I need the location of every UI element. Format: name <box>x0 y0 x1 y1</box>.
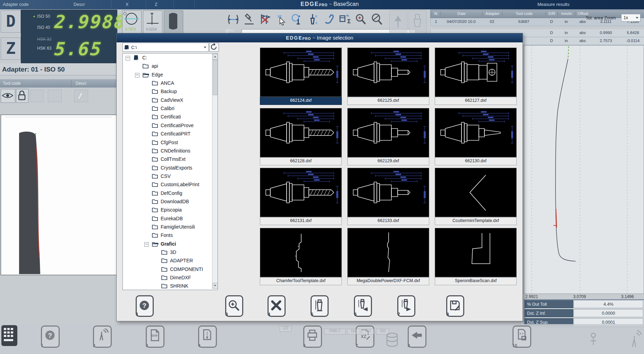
tree-item-eurekadb[interactable]: EurekaDB <box>123 215 211 223</box>
dialog-title-bar[interactable]: EDGEPRO~Image selection <box>117 33 523 42</box>
lock-button[interactable] <box>16 89 28 103</box>
tree-item-customlabelprint[interactable]: CustomLabelPrint <box>123 181 211 189</box>
tree-item-certificatiprove[interactable]: CertificatiProve <box>123 122 211 130</box>
ghost-button-up[interactable] <box>389 10 407 33</box>
thumbnail-image[interactable] <box>347 228 429 277</box>
svg-text:x: x <box>315 14 317 18</box>
doc-tool-button[interactable]: 4 <box>198 326 217 348</box>
zoom-off-icon[interactable] <box>370 13 384 28</box>
eye-button[interactable] <box>1 89 15 103</box>
keyboard-button[interactable] <box>1 325 17 346</box>
scrollbar-thumb[interactable] <box>213 60 218 95</box>
tree-item-csv[interactable]: CSV <box>123 172 211 181</box>
dro-value-d: 2.9988 <box>54 11 127 32</box>
tree-item-backup[interactable]: Backup <box>123 88 211 96</box>
tree-item-colltmsext[interactable]: CollTmsExt <box>123 155 211 164</box>
tree-item-anca[interactable]: ANCA <box>123 79 211 88</box>
tree-item-downloaddb[interactable]: DownloadDB <box>123 198 211 206</box>
top-table-header-0: Adapter code <box>3 2 28 7</box>
tree-item-dimedxf[interactable]: DimeDXF <box>123 274 211 282</box>
background-fragment: 110 <box>347 329 360 335</box>
tree-item-cfgpost[interactable]: CfgPost <box>123 139 211 147</box>
thumbnail-image[interactable] <box>347 168 429 217</box>
zoom-in-button[interactable]: 3 <box>225 295 243 317</box>
probe-circle-icon[interactable] <box>290 13 305 28</box>
tree-item-defconfig[interactable]: DefConfig <box>123 189 211 198</box>
path-combobox[interactable]: C:\ <box>122 43 209 52</box>
thumbnail-image[interactable] <box>347 48 429 97</box>
tree-item-api[interactable]: api <box>123 62 211 71</box>
tool-left-button[interactable]: 6 <box>354 295 372 317</box>
scroll-up-arrow[interactable] <box>213 54 218 60</box>
tree-item-c[interactable]: C: <box>123 54 211 62</box>
tree-item-cndefinitions[interactable]: CNDefinitions <box>123 147 211 155</box>
wrench-icon[interactable] <box>322 13 337 28</box>
tool-slot-button-3[interactable] <box>74 90 88 102</box>
help-button[interactable]: ?1 <box>136 295 154 317</box>
adapter-hsk63[interactable]: HSK 63 <box>37 46 51 51</box>
tree-item-crystalexports[interactable]: CrystalExports <box>123 164 211 172</box>
tree-item-episcopia[interactable]: Episcopia <box>123 206 211 214</box>
tree-item-famiglieutensili[interactable]: FamiglieUtensili <box>123 223 211 231</box>
adapter-hsk32[interactable]: HSK 32 <box>37 37 51 42</box>
zoom-plus-icon[interactable] <box>354 13 368 28</box>
tool-button[interactable]: 5 <box>311 295 329 317</box>
ghost-button-tool[interactable] <box>409 10 427 33</box>
signal-tool-button[interactable]: 2 <box>93 326 112 348</box>
diameter-indicator-box[interactable]: 0.7873 <box>122 10 142 33</box>
save-button[interactable]: 8 <box>446 295 464 317</box>
close-x-button[interactable]: 4 <box>268 295 286 317</box>
thumbnail-image[interactable] <box>260 168 342 217</box>
tree-item-calibri[interactable]: Calibri <box>123 105 211 113</box>
tree-item-3d[interactable]: 3D <box>123 248 211 257</box>
tree-expander-minus[interactable] <box>126 56 130 60</box>
thumbnail-image[interactable] <box>435 108 517 157</box>
tool-slot-button-2[interactable] <box>48 90 62 102</box>
tree-item-certificatiprt[interactable]: CertificatiPRT <box>123 130 211 138</box>
flags-icon[interactable] <box>258 13 273 28</box>
folder-icon <box>152 173 158 180</box>
arrow-back-button[interactable]: 8 <box>408 326 426 348</box>
thumbnail-image[interactable] <box>435 228 517 277</box>
height-indicator-box[interactable]: 0.0214 <box>143 10 162 33</box>
thumbnail-image[interactable] <box>260 108 342 157</box>
thumbnail-image[interactable] <box>435 168 517 217</box>
tree-item-fonts[interactable]: Fonts <box>123 231 211 240</box>
tree-item-edge[interactable]: Edge <box>123 71 211 79</box>
svg-text:Σ: Σ <box>347 18 351 25</box>
tree-item-cadviewx[interactable]: CadViewX <box>123 96 211 105</box>
tree-item-adapter[interactable]: ADAPTER <box>123 257 211 265</box>
dxf-file-button[interactable]: DXF3 <box>146 326 164 348</box>
tree-item-shrink[interactable]: SHRINK <box>123 282 211 290</box>
tree-item-componenti[interactable]: COMPONENTI <box>123 265 211 274</box>
tool-code-header: Tool code <box>3 81 20 86</box>
thumbnail-image[interactable] <box>347 108 429 157</box>
clamp-indicator-box[interactable] <box>164 10 183 33</box>
calc-sigma-icon[interactable]: Σ% <box>338 13 353 28</box>
scroll-down-arrow[interactable] <box>213 283 218 289</box>
tree-expander-minus[interactable] <box>135 73 139 77</box>
refresh-button[interactable] <box>209 43 219 52</box>
diameter-icon[interactable] <box>226 13 241 28</box>
dro-value-z: 5.65 <box>54 39 103 59</box>
tree-item-label: ADAPTER <box>170 258 193 263</box>
thumbnail-image[interactable] <box>435 48 517 97</box>
tree-expander-minus[interactable] <box>144 242 149 247</box>
file-xyz-button[interactable]: X Y10 <box>512 326 531 348</box>
tool-slot-button-1[interactable] <box>30 90 44 102</box>
tree-item-certificati[interactable]: Certificati <box>123 113 211 121</box>
adapter-iso50[interactable]: ISO 50 <box>37 14 50 19</box>
tol-zoom-select[interactable]: 1x <box>621 14 641 22</box>
tool-axis-icon[interactable]: xz <box>306 13 321 28</box>
thumbnail-label: 662131.dxf <box>260 217 342 225</box>
thumbnail-image[interactable] <box>260 48 342 97</box>
cursor-xz-icon[interactable]: xz <box>274 13 289 28</box>
tree-scrollbar[interactable] <box>212 53 218 289</box>
tool-right-button[interactable]: 7 <box>397 295 415 317</box>
printer-button[interactable]: 6 <box>303 326 322 348</box>
adapter-iso40[interactable]: ISO 40 <box>37 25 50 30</box>
help-button[interactable]: ?1 <box>41 326 60 348</box>
thumbnail-image[interactable] <box>260 228 342 277</box>
tree-item-grafici[interactable]: Grafici <box>123 240 211 248</box>
microscope-icon[interactable] <box>242 13 257 28</box>
